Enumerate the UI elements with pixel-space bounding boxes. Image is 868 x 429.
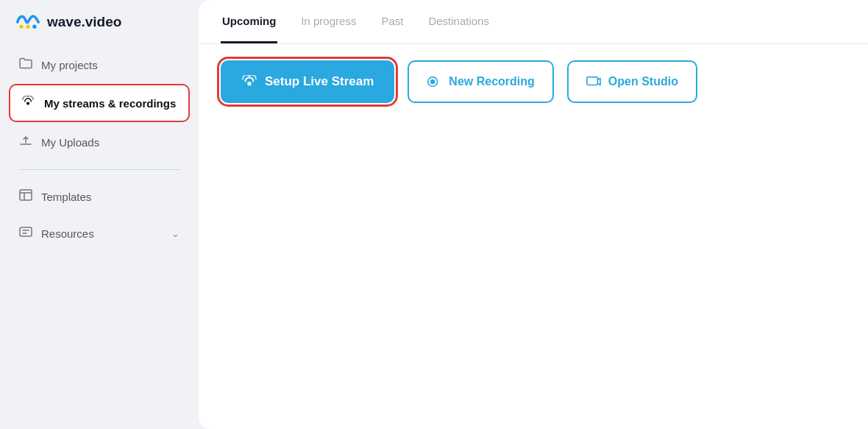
svg-rect-4 — [20, 190, 32, 200]
actions-area: Setup Live Stream New Recording Open Stu… — [199, 44, 868, 119]
broadcast-btn-icon — [241, 75, 257, 88]
svg-point-8 — [430, 79, 435, 84]
resources-icon — [19, 226, 32, 241]
setup-live-stream-button[interactable]: Setup Live Stream — [221, 60, 394, 103]
tab-past[interactable]: Past — [380, 0, 405, 43]
tab-destinations[interactable]: Destinations — [427, 0, 491, 43]
chevron-down-icon: ⌄ — [171, 228, 179, 239]
svg-rect-9 — [587, 77, 598, 85]
wavevideo-logo-icon — [16, 13, 40, 31]
studio-btn-icon — [586, 76, 601, 88]
new-recording-button[interactable]: New Recording — [408, 60, 553, 103]
upload-icon — [19, 134, 32, 150]
new-recording-label: New Recording — [449, 75, 534, 88]
svg-point-2 — [32, 25, 36, 29]
main-content: Upcoming In progress Past Destinations S… — [199, 0, 868, 429]
sidebar-item-resources[interactable]: Resources ⌄ — [9, 216, 190, 251]
sidebar-item-my-projects-label: My projects — [41, 59, 98, 71]
resources-left: Resources — [19, 226, 94, 241]
sidebar-item-templates[interactable]: Templates — [9, 179, 190, 214]
template-icon — [19, 189, 32, 204]
setup-live-stream-label: Setup Live Stream — [265, 74, 374, 89]
sidebar-item-my-streams-label: My streams & recordings — [44, 97, 176, 110]
svg-point-3 — [26, 102, 29, 104]
svg-point-1 — [26, 25, 29, 29]
sidebar-item-my-streams[interactable]: My streams & recordings — [9, 84, 190, 122]
open-studio-label: Open Studio — [608, 75, 678, 88]
sidebar-item-resources-label: Resources — [41, 227, 94, 240]
svg-rect-5 — [20, 227, 32, 236]
svg-point-0 — [19, 25, 23, 29]
tab-upcoming[interactable]: Upcoming — [221, 0, 277, 43]
tab-in-progress[interactable]: In progress — [299, 0, 357, 43]
main-body — [199, 119, 868, 429]
sidebar-item-my-uploads-label: My Uploads — [41, 136, 99, 149]
tab-bar: Upcoming In progress Past Destinations — [199, 0, 868, 44]
sidebar-item-templates-label: Templates — [41, 191, 91, 203]
sidebar: wave.video My projects My streams & — [0, 0, 199, 429]
record-btn-icon — [427, 75, 441, 88]
logo-text: wave.video — [47, 14, 121, 30]
sidebar-item-my-uploads[interactable]: My Uploads — [9, 124, 190, 160]
folder-icon — [19, 57, 32, 72]
logo-area: wave.video — [0, 0, 199, 47]
open-studio-button[interactable]: Open Studio — [567, 60, 697, 103]
sidebar-divider — [19, 169, 179, 170]
sidebar-item-my-projects[interactable]: My projects — [9, 47, 190, 82]
broadcast-icon — [21, 96, 35, 110]
sidebar-nav: My projects My streams & recordings — [0, 47, 199, 251]
svg-point-6 — [247, 82, 251, 85]
